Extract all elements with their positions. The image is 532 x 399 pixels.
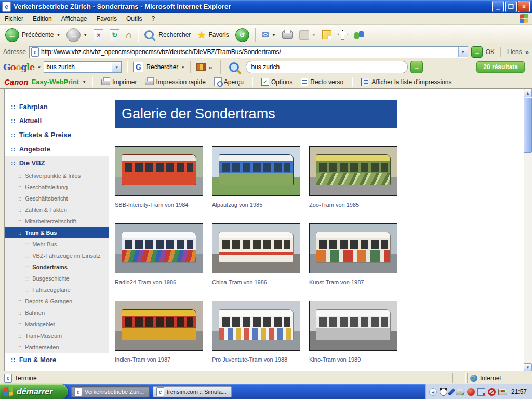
sidebar-item-tram-museum[interactable]: ::Tram-Museum	[5, 330, 109, 341]
minimize-button[interactable]: _	[492, 1, 504, 12]
menu-aide[interactable]: ?	[147, 14, 160, 24]
maximize-button[interactable]: ❐	[505, 1, 517, 12]
start-button[interactable]: démarrer	[0, 384, 68, 399]
menu-fichier[interactable]: Fichier	[0, 14, 28, 24]
google-search-button[interactable]: Rechercher	[146, 63, 178, 71]
sidebar-item-busgeschichte[interactable]: ::Busgeschichte	[5, 273, 109, 284]
easywebprint-menu[interactable]: Easy-WebPrint	[32, 78, 79, 86]
scroll-down-button[interactable]: ▼	[524, 363, 532, 371]
side-search-go-button[interactable]: →	[410, 61, 423, 73]
color-printer-tray-icon[interactable]	[498, 389, 507, 395]
links-chevron[interactable]: »	[525, 48, 529, 56]
scrollbar-thumb[interactable]	[524, 98, 532, 153]
mail-dropdown[interactable]: ▼	[272, 33, 276, 37]
sidebar-item-geschaeftsbericht[interactable]: ::Geschäftsbericht	[5, 193, 109, 204]
sidebar-item-aktuell[interactable]: ::Aktuell	[5, 114, 109, 128]
sidebar-item-geschaeftsleitung[interactable]: ::Geschäftsleitung	[5, 181, 109, 193]
sidebar-item-tickets-preise[interactable]: ::Tickets & Preise	[5, 128, 109, 142]
status-panel: e Terminé	[2, 373, 405, 383]
messenger-button[interactable]	[351, 29, 367, 41]
taskbar-task-vbz[interactable]: e Verkehrsbetriebe Züri...	[71, 386, 150, 397]
google-logo-dropdown[interactable]: ▼	[37, 65, 41, 70]
sidebar-item-vbz-fahrzeuge[interactable]: ::VBZ-Fahrzeuge im Einsatz	[5, 250, 109, 261]
sidebar-item-marktgebiet[interactable]: ::Marktgebiet	[5, 318, 109, 330]
sidebar-item-bahnen[interactable]: ::Bahnen	[5, 307, 109, 318]
canon-print-list-button[interactable]: Afficher la liste d'impressions	[358, 77, 454, 87]
canon-preview-button[interactable]: Aperçu	[211, 76, 246, 87]
google-more-chevron[interactable]: »	[208, 63, 212, 71]
menu-affichage[interactable]: Affichage	[57, 14, 92, 24]
print-button[interactable]	[279, 30, 296, 41]
tram-photo-zoo[interactable]	[309, 146, 397, 196]
vertical-scrollbar[interactable]: ▲ ▼	[524, 89, 532, 371]
sidebar-item-sondertrams[interactable]: ::Sondertrams	[5, 261, 109, 273]
stop-button[interactable]: ×	[90, 28, 107, 43]
sidebar-item-zahlen-fakten[interactable]: ::Zahlen & Fakten	[5, 204, 109, 216]
sidebar-item-angebote[interactable]: ::Angebote	[5, 142, 109, 156]
tram-photo-china[interactable]	[212, 223, 300, 273]
tram-photo-pro-juventute[interactable]	[212, 301, 300, 351]
canon-duplex-button[interactable]: Recto verso	[298, 77, 346, 87]
refresh-button[interactable]: ↻	[107, 28, 123, 43]
mail-button[interactable]: ✉ ▼	[259, 28, 279, 42]
sidebar-item-tram-bus[interactable]: ::Tram & Bus	[5, 227, 109, 238]
easywebprint-dropdown[interactable]: ▼	[82, 79, 86, 84]
address-dropdown[interactable]: ▼	[458, 47, 468, 57]
menu-favoris[interactable]: Favoris	[92, 14, 122, 24]
google-search-input[interactable]: bus zurich ▼	[44, 61, 122, 73]
tram-photo-radio24[interactable]	[115, 223, 203, 273]
tray-clock[interactable]: 21:57	[511, 388, 527, 395]
network-error-tray-icon[interactable]	[477, 388, 485, 396]
sidebar-item-fahrplan[interactable]: ::Fahrplan	[5, 100, 109, 114]
home-button[interactable]: ⌂	[123, 28, 135, 43]
sidebar-item-mitarbeiterzeitschrift[interactable]: ::Mitarbeiterzeitschrift	[5, 216, 109, 227]
research-button[interactable]	[335, 29, 351, 42]
red-app-tray-icon[interactable]	[467, 388, 475, 396]
back-button[interactable]: ← Précédente ▼	[2, 26, 63, 44]
sidebar-item-fun-more[interactable]: ::Fun & More	[5, 353, 109, 367]
sidebar-item-mehr-bus[interactable]: ::Mehr Bus	[5, 238, 109, 250]
address-input[interactable]: e http://www.vbz.ch/vbz_opencms/opencms/…	[29, 46, 468, 58]
menu-edition[interactable]: Edition	[28, 14, 57, 24]
close-button[interactable]: ×	[518, 1, 530, 12]
forward-button[interactable]: → ▼	[63, 26, 90, 44]
tram-photo-indien[interactable]	[115, 301, 203, 351]
canon-options-button[interactable]: ✓ Options	[259, 77, 295, 87]
google-query-dropdown[interactable]: ▼	[112, 62, 121, 72]
canon-quick-print-button[interactable]: Impression rapide	[142, 77, 208, 87]
tram-photo-alpaufzug[interactable]	[212, 146, 300, 196]
tram-photo-sbb-intercity[interactable]	[115, 146, 203, 196]
scroll-up-button[interactable]: ▲	[524, 89, 532, 97]
history-button[interactable]: ↺	[232, 26, 252, 44]
google-logo[interactable]: Google	[3, 62, 34, 72]
sidebar-item-schwerpunkte-infos[interactable]: ::Schwerpunkte & Infos	[5, 170, 109, 181]
panda-tray-icon[interactable]	[440, 388, 447, 396]
back-dropdown[interactable]: ▼	[56, 33, 60, 37]
sidebar-item-partnerseiten[interactable]: ::Partnerseiten	[5, 341, 109, 353]
side-search-input[interactable]: bus zurich	[246, 61, 408, 73]
results-badge[interactable]: 20 résultats	[476, 61, 525, 73]
blocked-tray-icon[interactable]	[488, 388, 496, 396]
sidebar-item-fahrzeugplaene[interactable]: ::Fahrzeugpläne	[5, 284, 109, 296]
links-label[interactable]: Liens	[507, 48, 522, 56]
forward-dropdown[interactable]: ▼	[83, 33, 87, 37]
discuss-button[interactable]	[319, 29, 335, 41]
taskbar-task-trensim[interactable]: e trensim.com :: Simula...	[153, 386, 232, 397]
tram-photo-kunst[interactable]	[309, 223, 397, 273]
tram-photo-kino[interactable]	[309, 301, 397, 351]
sidebar-item-die-vbz[interactable]: ::Die VBZ	[5, 156, 109, 170]
go-label: OK	[486, 48, 495, 56]
pen-tray-icon[interactable]	[448, 388, 456, 396]
google-search-dropdown[interactable]: ▼	[181, 65, 185, 70]
sidebar-item-depots-garagen[interactable]: ::Depots & Garagen	[5, 296, 109, 307]
popup-blocker-icon[interactable]	[196, 63, 206, 71]
tray-collapse-chevron[interactable]: ◂	[429, 388, 437, 396]
search-button[interactable]: Rechercher	[141, 29, 194, 41]
menu-outils[interactable]: Outils	[122, 14, 147, 24]
edit-dropdown[interactable]: ▼	[312, 33, 316, 37]
edit-button[interactable]: ▼	[296, 29, 319, 42]
printer-ok-tray-icon[interactable]	[456, 389, 464, 395]
go-button[interactable]: →	[471, 46, 483, 58]
favorites-button[interactable]: ★ Favoris	[194, 28, 232, 43]
canon-print-button[interactable]: Imprimer	[99, 77, 139, 87]
